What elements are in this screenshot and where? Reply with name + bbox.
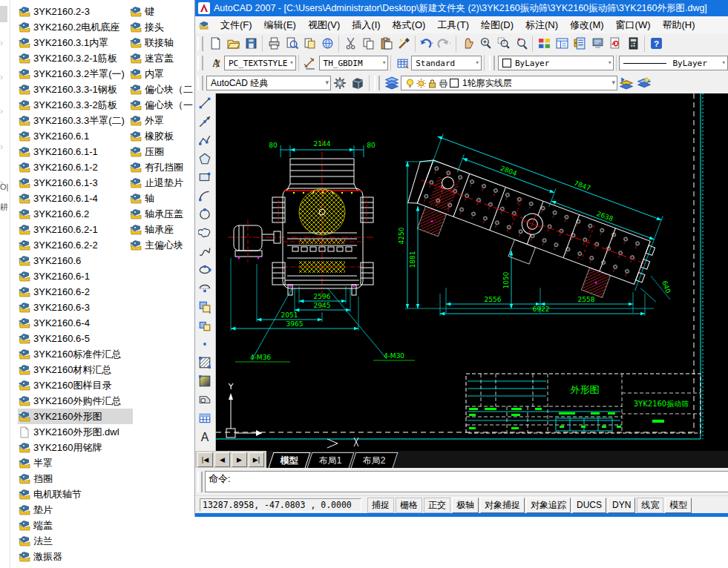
last-tab-button[interactable]: ▶|	[249, 452, 264, 467]
file-item[interactable]: 3YK2160.6.2-1	[18, 222, 133, 237]
file-item[interactable]: 主偏心块	[129, 237, 197, 253]
plot-icon[interactable]	[265, 34, 283, 53]
file-item[interactable]: 3YK2160标准件汇总	[18, 346, 133, 362]
layer-combo[interactable]: 1轮廓实线层▾	[401, 76, 617, 90]
point-icon[interactable]	[196, 334, 214, 353]
menu-item[interactable]: 标注(N)	[519, 17, 564, 33]
undo-icon[interactable]	[418, 34, 436, 53]
open-icon[interactable]	[224, 34, 242, 53]
plot-preview-icon[interactable]	[283, 34, 301, 53]
file-item[interactable]: 止退垫片	[129, 175, 197, 191]
tool-palettes-icon[interactable]	[571, 34, 588, 53]
file-item[interactable]: 3YK2160.2-3	[18, 4, 133, 19]
menu-item[interactable]: 格式(O)	[387, 17, 432, 33]
rectangle-icon[interactable]	[196, 168, 214, 186]
menu-item[interactable]: 窗口(W)	[610, 17, 657, 33]
file-item[interactable]: 接头	[129, 19, 197, 35]
file-item[interactable]: 3YK2160.6.2	[18, 206, 133, 222]
file-item[interactable]: 3YK2160外形图.dwl	[18, 424, 133, 440]
redo-icon[interactable]	[436, 34, 453, 53]
zoom-previous-icon[interactable]	[512, 34, 530, 53]
ellipse-icon[interactable]	[196, 260, 214, 279]
layer-previous-icon[interactable]	[617, 74, 635, 93]
mtext-icon[interactable]: A	[196, 427, 214, 446]
status-toggle-button[interactable]: DYN	[608, 498, 635, 513]
file-item[interactable]: 法兰	[18, 533, 133, 549]
menu-item[interactable]: 编辑(E)	[258, 17, 302, 33]
menu-item[interactable]: 绘图(D)	[475, 17, 519, 33]
file-item[interactable]: 3YK2160.6.1-4	[18, 191, 133, 206]
file-item[interactable]: 3YK2160.6-2	[18, 284, 133, 300]
polyline-icon[interactable]	[196, 131, 214, 149]
status-toggle-button[interactable]: 极轴	[452, 498, 479, 513]
make-block-icon[interactable]	[196, 316, 214, 334]
status-toggle-button[interactable]: DUCS	[572, 498, 606, 513]
dim-style-combo[interactable]: TH_GBDIM▾	[319, 56, 389, 70]
sheetset-manager-icon[interactable]	[588, 34, 606, 53]
file-item[interactable]: 橡胶板	[129, 128, 197, 144]
status-toggle-button[interactable]: 对象追踪	[526, 498, 571, 513]
workspace-combo[interactable]: AutoCAD 经典▾	[206, 76, 331, 90]
copy-icon[interactable]	[359, 34, 377, 53]
file-item[interactable]: 偏心块（一）	[129, 97, 197, 113]
toolbar-grip[interactable]	[197, 36, 203, 51]
text-style-icon[interactable]: A	[206, 54, 224, 73]
first-tab-button[interactable]: |◀	[197, 452, 213, 467]
file-item[interactable]: 压圈	[129, 144, 197, 159]
model-space-canvas[interactable]: 80 2144 80 2596	[216, 93, 728, 451]
layout-tab[interactable]: 布局2	[350, 452, 398, 468]
file-item[interactable]: 电机联轴节	[18, 486, 133, 502]
revcloud-icon[interactable]	[196, 223, 214, 242]
menu-item[interactable]: 帮助(H)	[657, 17, 701, 33]
hatch-icon[interactable]	[196, 353, 214, 371]
construction-line-icon[interactable]	[196, 112, 214, 131]
status-toggle-button[interactable]: 线宽	[637, 498, 663, 513]
status-toggle-button[interactable]: 栅格	[396, 498, 422, 513]
etransmit-icon[interactable]	[318, 34, 336, 53]
layout-tab[interactable]: 模型	[269, 452, 311, 468]
file-item[interactable]: 3YK2160.6-1	[18, 268, 133, 284]
layer-states-icon[interactable]	[635, 74, 653, 93]
file-item[interactable]: 半罩	[18, 455, 133, 471]
file-item[interactable]: 3YK2160.6.1	[18, 128, 133, 144]
file-item[interactable]: 迷宫盖	[129, 50, 197, 66]
file-item[interactable]: 挡圈	[18, 471, 133, 486]
file-item[interactable]: 偏心块（二）	[129, 82, 197, 97]
file-item[interactable]: 3YK2160.3.3-2筋板	[18, 97, 133, 113]
file-item[interactable]: 3YK2160.6	[18, 253, 133, 268]
toolbar-grip[interactable]	[374, 76, 380, 90]
menu-item[interactable]: 工具(T)	[431, 17, 475, 33]
insert-block-icon[interactable]	[196, 297, 214, 316]
save-icon[interactable]	[242, 34, 260, 53]
toolbar-grip[interactable]	[489, 56, 495, 70]
help-icon[interactable]: ?	[647, 34, 665, 53]
gradient-icon[interactable]	[196, 371, 214, 390]
circle-icon[interactable]	[196, 205, 214, 223]
file-item[interactable]: 3YK2160.3.2-1筋板	[18, 50, 133, 66]
file-item[interactable]: 轴	[129, 191, 197, 206]
workspace-settings-icon[interactable]	[331, 74, 349, 93]
file-item[interactable]: 3YK2160.3.2半罩(一)	[18, 66, 133, 82]
prev-tab-button[interactable]: ◀	[214, 452, 230, 467]
menu-item[interactable]: 视图(V)	[302, 17, 346, 33]
spline-icon[interactable]	[196, 242, 214, 260]
menu-item[interactable]: 修改(M)	[564, 17, 610, 33]
file-item[interactable]: 端盖	[18, 518, 133, 533]
file-item[interactable]: 3YK2160.6-3	[18, 300, 133, 315]
layer-manager-icon[interactable]	[383, 74, 401, 93]
file-item[interactable]: 3YK2160外购件汇总	[18, 393, 133, 409]
file-item[interactable]: 3YK2160.3.3-1钢板	[18, 82, 133, 97]
file-item[interactable]: 3YK2160图样目录	[18, 377, 133, 393]
layer-lock-icon[interactable]	[427, 79, 437, 88]
file-item[interactable]: 垫片	[18, 502, 133, 518]
toolbar-grip[interactable]	[197, 56, 203, 70]
file-item[interactable]: 3YK2160.6.1-3	[18, 175, 133, 191]
file-item[interactable]: 3YK2160.2电机底座	[18, 19, 133, 35]
polygon-icon[interactable]	[196, 149, 214, 168]
file-item[interactable]: 3YK2160.6.2-2	[18, 237, 133, 253]
command-input[interactable]: 命令:	[205, 471, 728, 492]
layout-tab[interactable]: 布局1	[307, 452, 355, 468]
linetype-combo[interactable]: ByLayer▾	[619, 56, 728, 70]
file-item[interactable]: 3YK2160.6.1-1	[18, 144, 133, 159]
status-toggle-button[interactable]: 对象捕捉	[480, 498, 525, 513]
